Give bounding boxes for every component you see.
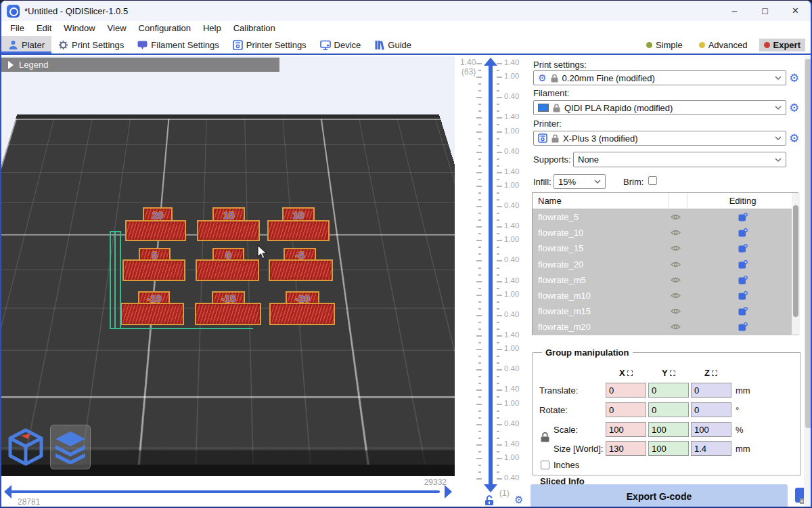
menu-item-calibration[interactable]: Calibration	[227, 21, 281, 36]
3d-editor-view-button[interactable]	[5, 425, 46, 469]
menu-item-window[interactable]: Window	[58, 21, 101, 36]
layer-tick	[476, 152, 482, 153]
group-sizeworld-y[interactable]	[648, 441, 689, 456]
panel-scrollbar[interactable]	[804, 56, 812, 508]
tab-guide[interactable]: Guide	[367, 36, 418, 54]
menu-item-view[interactable]: View	[102, 21, 133, 36]
layer-tick	[497, 206, 502, 207]
layer-slider-settings-icon[interactable]: ⚙	[514, 494, 523, 506]
flowrate-patch--10[interactable]	[120, 303, 184, 325]
layer-tick	[476, 349, 482, 350]
tab-print-settings[interactable]: Print Settings	[51, 36, 131, 54]
group-rotate-x[interactable]	[606, 402, 646, 417]
lock-icon	[553, 104, 560, 112]
moves-slider-right-handle[interactable]	[445, 485, 452, 499]
print-settings-gear-button[interactable]: ⚙	[789, 72, 799, 84]
tab-filament-settings[interactable]: Filament Settings	[131, 36, 225, 54]
print-settings-combo[interactable]: ⚙ 0.20mm Fine (modified)	[533, 70, 786, 85]
object-row-flowrate_m10[interactable]: flowrate_m10	[533, 288, 798, 303]
mode-button-advanced[interactable]: Advanced	[694, 39, 752, 51]
eye-icon[interactable]	[671, 292, 681, 299]
group-translate-x[interactable]	[606, 383, 646, 398]
edit-settings-icon[interactable]	[738, 228, 748, 237]
flowrate-patch-10[interactable]	[267, 220, 330, 241]
minimize-button[interactable]: –	[719, 1, 750, 21]
filament-gear-button[interactable]: ⚙	[789, 102, 799, 114]
layer-slider-upper-thumb[interactable]	[484, 58, 497, 66]
flowrate-patch-5[interactable]	[122, 259, 185, 281]
infill-combo[interactable]: 15%	[554, 174, 606, 189]
group-scale-y[interactable]	[648, 422, 689, 437]
preview-view-button[interactable]	[50, 425, 91, 469]
plater-3d-viewport[interactable]: 20151050-5-10-15-20 Legend	[1, 56, 455, 508]
mode-button-expert[interactable]: Expert	[759, 39, 805, 51]
maximize-button[interactable]: □	[750, 1, 780, 21]
eye-icon[interactable]	[671, 308, 681, 315]
menu-item-help[interactable]: Help	[197, 21, 227, 36]
group-rotate-y[interactable]	[648, 402, 689, 417]
eye-icon[interactable]	[671, 245, 681, 252]
object-row-flowrate_m20[interactable]: flowrate_m20	[533, 319, 798, 335]
layer-slider-lower-thumb[interactable]	[484, 484, 497, 492]
flowrate-patch-20[interactable]	[125, 220, 186, 241]
group-translate-z[interactable]	[691, 383, 731, 398]
group-sizeworld-z[interactable]	[691, 441, 731, 456]
filament-combo[interactable]: QIDI PLA Rapido (modified)	[533, 100, 786, 115]
group-sizeworld-x[interactable]	[606, 441, 646, 456]
printer-combo[interactable]: X-Plus 3 (modified)	[533, 131, 786, 146]
object-list-scrollbar[interactable]	[792, 193, 800, 335]
flowrate-patch--5[interactable]	[269, 259, 333, 281]
flowrate-patch--15[interactable]	[195, 303, 261, 325]
object-row-flowrate_m15[interactable]: flowrate_m15	[533, 303, 798, 319]
edit-settings-icon[interactable]	[738, 213, 748, 221]
group-translate-y[interactable]	[648, 383, 689, 398]
edit-settings-icon[interactable]	[738, 260, 748, 269]
mode-button-simple[interactable]: Simple	[641, 39, 687, 51]
flowrate-patch-15[interactable]	[197, 220, 260, 241]
axis-frame-icon	[712, 371, 717, 376]
object-row-flowrate_5[interactable]: flowrate_5	[533, 209, 798, 225]
layer-tick	[497, 431, 499, 432]
edit-settings-icon[interactable]	[738, 276, 748, 284]
eye-icon[interactable]	[671, 261, 681, 268]
inches-checkbox[interactable]	[541, 461, 549, 469]
group-scale-z[interactable]	[691, 422, 731, 437]
object-row-flowrate_m5[interactable]: flowrate_m5	[533, 272, 798, 288]
eye-icon[interactable]	[671, 323, 681, 331]
brim-checkbox[interactable]	[648, 176, 657, 185]
export-gcode-button[interactable]: Export G-code	[531, 484, 788, 508]
filament-label: Filament:	[533, 88, 569, 98]
flowrate-patch--20[interactable]	[269, 303, 335, 325]
flowrate-patch-number: -15	[212, 291, 245, 305]
legend-collapsed-bar[interactable]: Legend	[1, 58, 279, 72]
group-rotate-z[interactable]	[691, 402, 731, 417]
tab-plater[interactable]: Plater	[1, 36, 51, 54]
moves-slider-track[interactable]	[11, 490, 440, 493]
layer-slider-lock-icon[interactable]	[484, 495, 494, 506]
edit-settings-icon[interactable]	[738, 291, 748, 300]
object-row-flowrate_20[interactable]: flowrate_20	[533, 257, 798, 272]
edit-settings-icon[interactable]	[738, 307, 748, 316]
close-button[interactable]: ×	[780, 1, 811, 21]
group-scale-x[interactable]	[606, 422, 646, 437]
edit-settings-icon[interactable]	[738, 244, 748, 253]
edit-settings-icon[interactable]	[738, 322, 748, 331]
supports-combo[interactable]: None	[573, 152, 786, 167]
eye-icon[interactable]	[671, 229, 681, 236]
object-row-flowrate_10[interactable]: flowrate_10	[533, 225, 798, 240]
menu-item-file[interactable]: File	[4, 21, 30, 36]
layer-tick	[497, 369, 502, 371]
tab-printer-settings[interactable]: Printer Settings	[226, 36, 313, 54]
eye-icon[interactable]	[671, 213, 681, 221]
layer-tick	[476, 117, 482, 119]
object-row-flowrate_15[interactable]: flowrate_15	[533, 240, 798, 256]
printer-gear-button[interactable]: ⚙	[789, 133, 799, 144]
eye-icon[interactable]	[671, 276, 681, 284]
scale-lock-icon[interactable]	[541, 432, 549, 442]
menu-item-edit[interactable]: Edit	[30, 21, 58, 36]
tab-device[interactable]: Device	[313, 36, 368, 54]
layer-tick	[497, 342, 499, 343]
menu-item-configuration[interactable]: Configuration	[133, 21, 197, 36]
flowrate-patch-0[interactable]	[196, 259, 259, 281]
layer-slider-track[interactable]	[489, 62, 493, 490]
